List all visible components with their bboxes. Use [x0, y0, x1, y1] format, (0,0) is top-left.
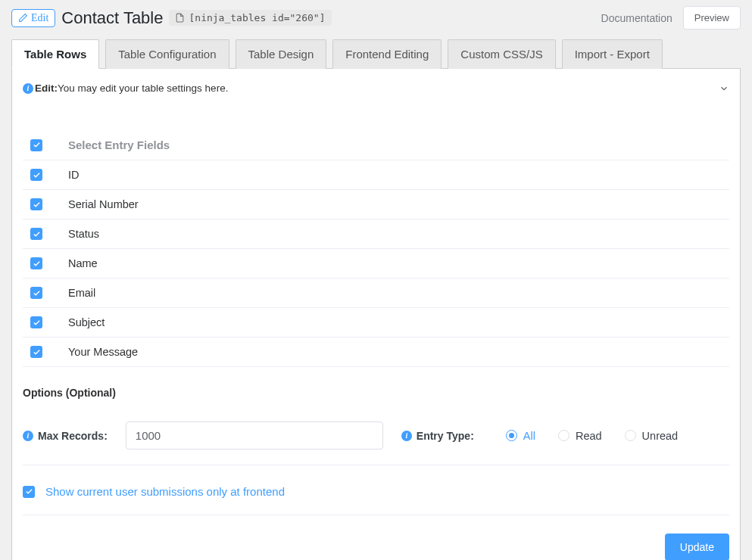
- page-header: Edit Contact Table [ninja_tables id="260…: [11, 0, 741, 39]
- fields-header-row: Select Entry Fields: [23, 130, 729, 160]
- actions-row: Update: [23, 534, 729, 560]
- field-label: Name: [68, 257, 98, 269]
- entry-type-all[interactable]: All: [506, 430, 535, 442]
- info-icon: i: [23, 431, 33, 441]
- radio-icon: [558, 430, 569, 441]
- tab-table-configuration[interactable]: Table Configuration: [105, 39, 229, 69]
- field-row: Serial Number: [23, 190, 729, 219]
- edit-hint-text: You may edit your table settings here.: [58, 82, 228, 94]
- options-row: i Max Records: i Entry Type: All Read: [23, 412, 729, 465]
- max-records-input[interactable]: [126, 422, 383, 450]
- entry-type-read[interactable]: Read: [558, 430, 602, 442]
- max-records-label: i Max Records:: [23, 430, 108, 442]
- pencil-icon: [18, 13, 28, 23]
- field-row: Email: [23, 278, 729, 308]
- field-checkbox[interactable]: [30, 169, 42, 181]
- field-checkbox[interactable]: [30, 287, 42, 299]
- tab-table-design[interactable]: Table Design: [236, 39, 327, 69]
- radio-icon: [625, 430, 636, 441]
- field-row: Subject: [23, 308, 729, 338]
- entry-type-label: i Entry Type:: [401, 430, 474, 442]
- edit-hint-bold: Edit:: [35, 82, 58, 94]
- tab-import-export[interactable]: Import - Export: [562, 39, 663, 69]
- field-label: Your Message: [68, 346, 138, 358]
- select-all-checkbox[interactable]: [30, 139, 42, 151]
- tab-table-rows[interactable]: Table Rows: [11, 39, 99, 69]
- shortcode-display[interactable]: [ninja_tables id="260"]: [169, 10, 331, 26]
- show-current-checkbox[interactable]: [23, 486, 35, 498]
- show-current-row: Show current user submissions only at fr…: [23, 485, 729, 515]
- document-icon: [175, 13, 185, 23]
- field-label: Status: [68, 228, 99, 240]
- radio-icon: [506, 430, 517, 441]
- entry-type-radio-group: All Read Unread: [506, 430, 678, 442]
- info-icon: i: [23, 83, 33, 94]
- field-checkbox[interactable]: [30, 198, 42, 210]
- edit-title-button[interactable]: Edit: [11, 9, 55, 27]
- show-current-label[interactable]: Show current user submissions only at fr…: [45, 485, 285, 498]
- documentation-link[interactable]: Documentation: [601, 12, 672, 24]
- field-label: Subject: [68, 316, 105, 328]
- field-row: ID: [23, 160, 729, 190]
- options-title: Options (Optional): [23, 387, 729, 399]
- field-checkbox[interactable]: [30, 316, 42, 328]
- shortcode-text: [ninja_tables id="260"]: [189, 12, 325, 23]
- entry-type-unread[interactable]: Unread: [625, 430, 679, 442]
- field-row: Status: [23, 219, 729, 249]
- field-checkbox[interactable]: [30, 257, 42, 269]
- page-title: Contact Table: [61, 8, 163, 28]
- fields-header-label: Select Entry Fields: [68, 138, 170, 151]
- tab-custom-css-js[interactable]: Custom CSS/JS: [448, 39, 555, 69]
- fields-list: Select Entry Fields ID Serial Number Sta…: [23, 130, 729, 367]
- main-panel: i Edit: You may edit your table settings…: [11, 69, 741, 560]
- info-icon: i: [401, 431, 412, 441]
- field-label: Email: [68, 287, 95, 299]
- field-row: Your Message: [23, 338, 729, 367]
- chevron-down-icon: [719, 83, 729, 94]
- field-label: ID: [68, 169, 80, 181]
- preview-button[interactable]: Preview: [683, 6, 741, 30]
- field-checkbox[interactable]: [30, 346, 42, 358]
- field-row: Name: [23, 249, 729, 278]
- edit-title-label: Edit: [31, 12, 48, 24]
- field-label: Serial Number: [68, 198, 139, 210]
- tab-frontend-editing[interactable]: Frontend Editing: [332, 39, 442, 69]
- update-button[interactable]: Update: [665, 534, 729, 560]
- field-checkbox[interactable]: [30, 228, 42, 240]
- edit-hint[interactable]: i Edit: You may edit your table settings…: [23, 79, 729, 98]
- tabs-nav: Table Rows Table Configuration Table Des…: [11, 39, 741, 69]
